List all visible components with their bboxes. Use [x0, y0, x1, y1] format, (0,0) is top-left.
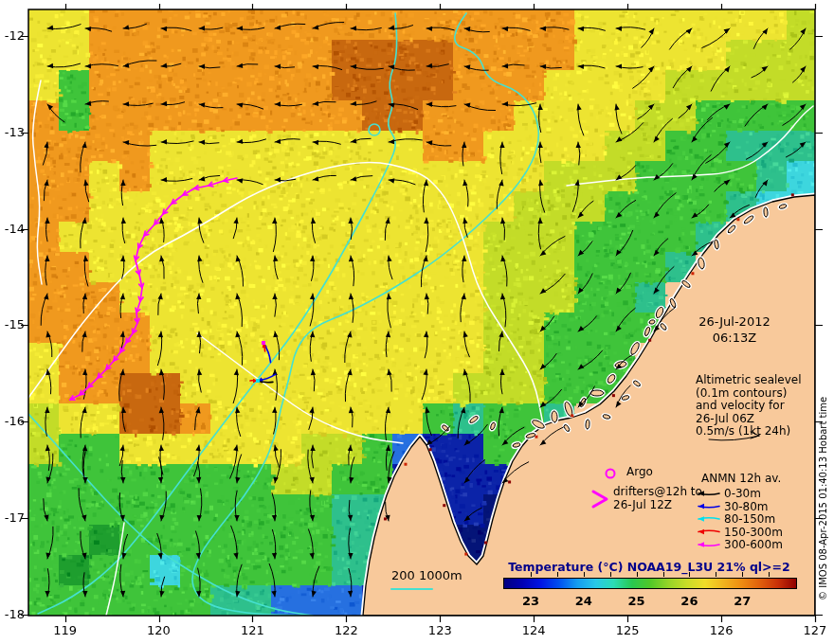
datetime-date: 26-Jul-2012 — [679, 314, 790, 329]
credit-text: © IMOS 08-Apr-2015 01:40:13 Hobart time — [818, 354, 828, 600]
anmn-item-label-80-150m: 80-150m — [724, 512, 775, 526]
anmn-legend-title: ANMN 12h av. — [701, 472, 781, 485]
colorbar-tick-label: 26 — [675, 594, 703, 608]
colorbar-minor-tick — [584, 572, 585, 577]
colorbar-minor-tick — [531, 572, 532, 577]
lon-tick-label: 119 — [46, 623, 84, 637]
colorbar-minor-tick — [689, 572, 690, 577]
argo-legend-label: Argo — [626, 465, 653, 478]
lon-tick-label: 121 — [233, 623, 271, 637]
colorbar-minor-tick — [716, 572, 716, 577]
lat-tick-label: -12 — [0, 28, 25, 43]
anmn-item-label-30-80m: 30-80m — [724, 500, 769, 513]
lon-tick-label: 122 — [327, 623, 365, 637]
anmn-item-label-150-300m: 150-300m — [724, 526, 783, 539]
lat-tick-label: -17 — [0, 510, 25, 525]
drifters-legend-line2: 26-Jul 12Z — [613, 498, 672, 511]
colorbar-minor-tick — [769, 572, 770, 577]
colorbar-minor-tick — [742, 572, 743, 577]
colorbar — [503, 578, 797, 589]
altimetric-note-line5: 0.5m/s (1kt 24h) — [696, 424, 790, 438]
sst-map-figure: 26-Jul-2012 06:13Z Altimetric sealevel (… — [0, 0, 834, 644]
colorbar-minor-tick — [663, 572, 664, 577]
colorbar-tick-label: 24 — [570, 594, 598, 608]
altimetric-note-line2: (0.1m contours) — [696, 386, 787, 400]
altimetric-note-line4: 26-Jul 06Z — [696, 412, 754, 425]
altimetric-note-line1: Altimetric sealevel — [696, 373, 802, 386]
lon-tick-label: 126 — [702, 623, 740, 637]
lon-tick-label: 120 — [140, 623, 178, 637]
lat-tick-label: -13 — [0, 125, 25, 139]
colorbar-minor-tick — [557, 572, 558, 577]
colorbar-minor-tick — [610, 572, 611, 577]
lon-tick-label: 123 — [421, 623, 459, 637]
anmn-item-label-300-600m: 300-600m — [724, 538, 783, 551]
datetime-time: 06:13Z — [679, 331, 790, 345]
lat-tick-label: -16 — [0, 414, 25, 428]
lat-tick-label: -18 — [0, 607, 25, 621]
isobath-scale-label: 200 1000m — [391, 568, 462, 582]
anmn-item-label-0-30m: 0-30m — [724, 487, 761, 500]
colorbar-tick-label: 27 — [728, 594, 756, 608]
colorbar-title: Temperature (°C) NOAA19_L3U 21% ql>=2 — [499, 560, 799, 574]
lon-tick-label: 124 — [515, 623, 553, 637]
colorbar-tick-label: 23 — [517, 594, 545, 608]
drifters-legend-line1: drifters@12h to — [613, 485, 702, 498]
lat-tick-label: -14 — [0, 222, 25, 236]
lat-tick-label: -15 — [0, 317, 25, 331]
altimetric-note-line3: and velocity for — [696, 399, 785, 412]
lon-tick-label: 125 — [608, 623, 646, 637]
colorbar-minor-tick — [637, 572, 638, 577]
colorbar-tick-label: 25 — [623, 594, 651, 608]
lon-tick-label: 127 — [796, 623, 834, 637]
